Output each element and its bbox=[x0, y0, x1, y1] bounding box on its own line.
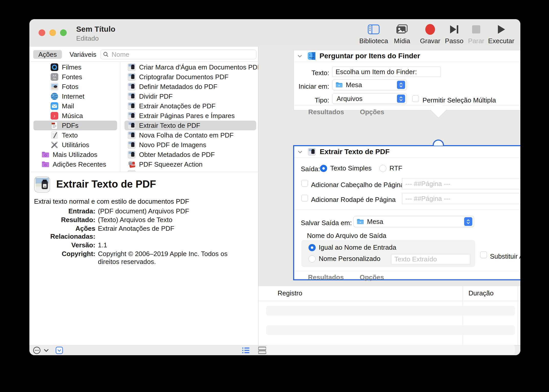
desc-label: Versão: bbox=[34, 241, 95, 249]
action-list-item[interactable]: Extrair Anotações de PDF bbox=[120, 101, 258, 111]
executar-label: Executar bbox=[486, 37, 517, 45]
desc-value: (PDF document) Arquivos PDF bbox=[98, 207, 240, 215]
divider bbox=[294, 271, 520, 271]
log-panel: Registro Duração bbox=[258, 286, 520, 345]
log-duracao-header[interactable]: Duração bbox=[468, 289, 494, 297]
divider bbox=[294, 106, 520, 106]
resultados-link[interactable]: Resultados bbox=[308, 108, 344, 116]
radio-rtf[interactable] bbox=[379, 165, 386, 172]
more-options-button[interactable] bbox=[33, 347, 41, 354]
folder-icon bbox=[336, 82, 343, 88]
permitir-selecao-checkbox[interactable] bbox=[412, 95, 419, 102]
executar-button[interactable]: Executar bbox=[486, 23, 517, 45]
log-column-divider[interactable] bbox=[462, 286, 463, 345]
pdf-action-icon bbox=[128, 122, 135, 129]
pdf-action-icon bbox=[128, 63, 135, 71]
search-field[interactable] bbox=[100, 50, 256, 59]
rodape-field[interactable] bbox=[402, 193, 520, 204]
action-list-item[interactable]: Extrair Páginas Pares e Ímpares bbox=[120, 111, 258, 121]
substituir-checkbox[interactable] bbox=[480, 251, 487, 258]
actions-list: Criar Marca d'Água em Documentos PDF Cri… bbox=[29, 61, 258, 172]
zoom-button[interactable] bbox=[60, 29, 67, 36]
snippet-toggle-button[interactable] bbox=[55, 347, 63, 354]
salvar-saida-label: Salvar Saída em: bbox=[301, 219, 352, 227]
divider bbox=[294, 210, 520, 210]
pdf-action-large-icon bbox=[34, 176, 50, 193]
action-list-item[interactable]: PDF PDF Squeezer Action bbox=[120, 159, 258, 169]
resultados-link[interactable]: Resultados bbox=[308, 273, 344, 281]
tipo-dropdown[interactable]: Arquivos bbox=[332, 93, 407, 104]
action-list-item-selected[interactable]: Extrair Texto de PDF bbox=[120, 121, 258, 130]
action-list-item[interactable]: Dividir PDF bbox=[120, 91, 258, 101]
search-icon bbox=[103, 52, 109, 57]
cabecalho-field[interactable] bbox=[402, 178, 520, 189]
radio-igual-nome[interactable] bbox=[308, 244, 316, 251]
opcoes-link[interactable]: Opções bbox=[360, 273, 384, 281]
connector-bump bbox=[433, 140, 444, 146]
pdf-action-icon bbox=[128, 141, 135, 149]
close-button[interactable] bbox=[39, 29, 45, 36]
action1-title: Perguntar por Itens do Finder bbox=[319, 52, 420, 60]
stepper-icon bbox=[464, 217, 472, 226]
action-list-item[interactable]: Criptografar Documentos PDF bbox=[120, 72, 258, 82]
chevron-down-icon bbox=[44, 349, 49, 352]
search-input[interactable] bbox=[111, 50, 254, 59]
pane-divider[interactable] bbox=[258, 47, 258, 355]
iniciar-em-dropdown[interactable]: Mesa bbox=[332, 79, 407, 90]
pane-view-button[interactable] bbox=[258, 347, 267, 354]
disclosure-button[interactable] bbox=[44, 349, 49, 352]
pdf-action-icon bbox=[128, 131, 135, 139]
action1-footer-links: Resultados Opções bbox=[308, 108, 384, 116]
texto-label: Texto: bbox=[296, 69, 329, 77]
action-list-item[interactable]: Definir Metadados do PDF bbox=[120, 82, 258, 91]
description-summary: Extrai texto normal e com estilo de docu… bbox=[34, 198, 189, 205]
pdf-action-icon bbox=[128, 112, 135, 120]
action-list-item-partial[interactable] bbox=[120, 169, 258, 172]
titlebar: Sem Título Editado Biblioteca Mídia Grav… bbox=[29, 19, 520, 47]
biblioteca-label: Biblioteca bbox=[358, 37, 389, 45]
rodape-label: Adicionar Rodapé de Página bbox=[311, 196, 396, 204]
tab-acoes[interactable]: Ações bbox=[33, 50, 62, 59]
log-registro-header[interactable]: Registro bbox=[278, 289, 302, 297]
log-empty-row bbox=[266, 345, 515, 354]
workflow-action-extrair-texto[interactable]: Extrair Texto de PDF Saída: Texto Simple… bbox=[293, 145, 520, 280]
divider bbox=[294, 157, 520, 158]
chevron-down-icon[interactable] bbox=[298, 55, 302, 57]
nome-arquivo-group-label: Nome do Arquivo de Saída bbox=[307, 232, 386, 240]
tab-variaveis[interactable]: Variáveis bbox=[64, 50, 101, 59]
chevron-down-icon[interactable] bbox=[298, 151, 302, 153]
desc-label: Copyright: bbox=[34, 250, 95, 266]
opcoes-link[interactable]: Opções bbox=[360, 108, 384, 116]
run-icon bbox=[486, 23, 517, 36]
action1-header: Perguntar por Itens do Finder bbox=[294, 50, 520, 62]
radio-texto-simples[interactable] bbox=[320, 165, 327, 172]
cabecalho-checkbox[interactable] bbox=[301, 180, 308, 187]
finder-icon bbox=[308, 52, 315, 60]
nome-personalizado-field[interactable] bbox=[391, 254, 470, 264]
action-list-item[interactable]: Obter Metadados de PDF bbox=[120, 150, 258, 159]
desc-value: (Texto) Arquivos de Texto bbox=[98, 216, 240, 224]
cabecalho-label: Adicionar Cabeçalho de Página bbox=[311, 181, 404, 189]
biblioteca-button[interactable]: Biblioteca bbox=[358, 23, 389, 45]
desc-label: Entrada: bbox=[34, 207, 95, 215]
midia-button[interactable]: Mídia bbox=[387, 23, 417, 45]
log-list-view-button[interactable] bbox=[242, 347, 250, 354]
log-column-divider-2[interactable] bbox=[518, 286, 518, 345]
minimize-button[interactable] bbox=[49, 29, 56, 36]
pdf-action-icon bbox=[308, 148, 316, 156]
action2-header: Extrair Texto de PDF bbox=[294, 146, 520, 157]
workflow-action-perguntar[interactable]: Perguntar por Itens do Finder Texto: Ini… bbox=[294, 50, 520, 110]
action-list-item[interactable]: Criar Marca d'Água em Documentos PDF bbox=[120, 62, 258, 72]
radio-nome-personalizado[interactable] bbox=[308, 255, 316, 262]
rodape-checkbox[interactable] bbox=[301, 195, 308, 201]
log-empty-row bbox=[266, 306, 515, 316]
action-list-item[interactable]: Novo PDF de Imagens bbox=[120, 140, 258, 150]
substituir-label: Substituir Arquivos Exis bbox=[490, 252, 520, 260]
description-panel: Extrair Texto de PDF Extrai texto normal… bbox=[29, 172, 258, 345]
salvar-saida-dropdown[interactable]: Mesa bbox=[353, 216, 474, 227]
permitir-selecao-label: Permitir Seleção Múltipla bbox=[422, 96, 496, 104]
texto-field[interactable] bbox=[332, 67, 441, 77]
sidebar-panel-icon bbox=[358, 23, 389, 36]
action-list-item[interactable]: Nova Folha de Contato em PDF bbox=[120, 130, 258, 140]
divider bbox=[294, 62, 520, 62]
